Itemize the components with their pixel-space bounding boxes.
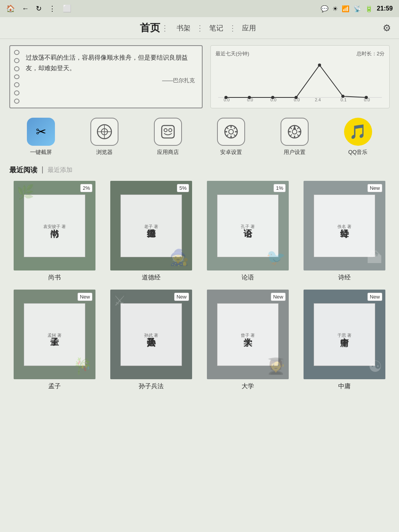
nav-title: 首页 <box>140 21 160 35</box>
book-badge-5: New <box>174 293 189 301</box>
book-cover-inner-5: 孙子兵法 孙武 著 <box>120 303 182 366</box>
status-bar: 🏠 ← ↻ ⋮ ⬜ 💬 ☀ 📶 📡 🔋 21:59 <box>0 0 399 17</box>
ring-5 <box>14 82 19 87</box>
svg-text:2.4: 2.4 <box>315 97 321 102</box>
cover-deco-2: 🐦 <box>266 248 286 267</box>
app-label-scissors: 一键截屏 <box>30 149 52 156</box>
book-label-6: 大学 <box>242 382 254 391</box>
book-item-0[interactable]: 🌿 尚书 袁安骏子 著 2% 尚书 <box>9 181 100 282</box>
line-chart-svg: 0.0 0.0 0.0 0.0 2.4 0.1 0.0 <box>215 60 385 103</box>
book-item-6[interactable]: 🧑‍🎓 大学 曾子 著 New 大学 <box>203 290 293 391</box>
book-cover-1: 🧙 道德经 老子 著 5% <box>110 181 192 270</box>
cover-deco-left-5: ⚔ <box>113 293 126 309</box>
nav-notes[interactable]: 笔记 <box>206 23 226 33</box>
book-item-4[interactable]: 🎋 孟子 孟轲 著 New 孟子 <box>9 290 100 391</box>
book-label-4: 孟子 <box>48 382 61 391</box>
more-icon[interactable]: ⋮ <box>49 4 56 13</box>
svg-point-20 <box>164 129 167 132</box>
book-author-0: 袁安骏子 著 <box>43 224 66 230</box>
recent-added-title[interactable]: 最近添加 <box>48 166 72 174</box>
scissors-icon: ✂ <box>27 118 55 146</box>
book-author-7: 于思 著 <box>337 332 351 338</box>
svg-point-21 <box>169 129 172 132</box>
svg-point-12 <box>318 64 321 67</box>
svg-line-28 <box>226 127 228 129</box>
svg-point-13 <box>341 95 344 98</box>
main-content: 过放荡不羁的生活，容易得像顺水推舟，但是要结识良朋益友，却难如登天。 ——巴尔扎… <box>0 39 399 403</box>
book-cover-3: 🏔 诗经 佚名 著 New <box>304 181 385 270</box>
home-icon[interactable]: 🏠 <box>6 4 15 13</box>
book-cover-inner-1: 道德经 老子 著 <box>120 194 182 257</box>
quote-text: 过放荡不羁的生活，容易得像顺水推舟，但是要结识良朋益友，却难如登天。 <box>26 52 195 73</box>
apps-section: ✂ 一键截屏 浏览器 <box>9 118 390 156</box>
svg-line-41 <box>290 134 292 136</box>
battery-icon: 🔋 <box>365 5 373 12</box>
book-item-3[interactable]: 🏔 诗经 佚名 著 New 诗经 <box>299 181 390 282</box>
svg-line-39 <box>297 134 299 136</box>
book-cover-inner-7: 中庸 于思 著 <box>314 303 375 366</box>
app-item-browser[interactable]: 浏览器 <box>81 118 128 156</box>
book-cover-inner-3: 诗经 佚名 著 <box>314 194 375 257</box>
cover-deco-1: 🧙 <box>169 248 189 267</box>
cover-deco-7: ☯ <box>368 357 382 375</box>
cover-deco-4: 🎋 <box>73 357 92 375</box>
book-cover-inner-6: 大学 曾子 著 <box>217 303 279 366</box>
book-item-5[interactable]: ⚔ 孙子兵法 孙武 著 New 孙子兵法 <box>106 290 196 391</box>
book-cover-inner-0: 尚书 袁安骏子 著 <box>24 194 85 257</box>
section-divider <box>42 166 43 173</box>
book-cover-5: ⚔ 孙子兵法 孙武 著 New <box>110 290 192 379</box>
nav-apps[interactable]: 应用 <box>239 23 259 33</box>
svg-point-9 <box>248 96 251 99</box>
refresh-icon[interactable]: ↻ <box>36 4 42 13</box>
cover-deco-left-0: 🌿 <box>17 184 34 200</box>
book-item-1[interactable]: 🧙 道德经 老子 著 5% 道德经 <box>106 181 196 282</box>
app-item-user[interactable]: 用户设置 <box>271 118 318 156</box>
app-label-android: 安卓设置 <box>220 149 242 156</box>
book-badge-0: 2% <box>80 184 92 192</box>
app-label-user: 用户设置 <box>284 149 305 156</box>
book-item-7[interactable]: ☯ 中庸 于思 著 New 中庸 <box>299 290 390 391</box>
book-author-3: 佚名 著 <box>337 224 351 230</box>
android-icon <box>217 118 245 146</box>
message-icon: 💬 <box>321 5 328 12</box>
section-header: 最近阅读 最近添加 <box>9 165 390 175</box>
cast-icon: 📡 <box>353 5 361 12</box>
ring-1 <box>14 50 19 55</box>
svg-line-30 <box>234 127 236 129</box>
book-badge-1: 5% <box>177 184 189 192</box>
book-label-1: 道德经 <box>142 274 161 282</box>
book-label-0: 尚书 <box>48 274 61 282</box>
book-badge-6: New <box>271 293 286 301</box>
back-icon[interactable]: ← <box>22 5 29 13</box>
book-item-2[interactable]: 🐦 论语 孔子 著 1% 论语 <box>203 181 293 282</box>
settings-icon[interactable]: ⚙ <box>383 23 391 34</box>
book-badge-3: New <box>367 184 382 192</box>
qq-icon: 🎵 <box>344 118 372 146</box>
book-label-7: 中庸 <box>338 382 351 391</box>
spiral-binding <box>14 50 19 104</box>
nav-bar: 首页 ⋮ 书架 ⋮ 笔记 ⋮ 应用 ⚙ <box>0 17 399 39</box>
wifi-icon: 📶 <box>342 5 350 12</box>
svg-point-11 <box>295 96 298 99</box>
book-author-4: 孟轲 著 <box>48 332 62 338</box>
app-item-store[interactable]: 应用商店 <box>145 118 191 156</box>
app-item-qq[interactable]: 🎵 QQ音乐 <box>335 118 381 156</box>
nav-dots-2: ⋮ <box>228 23 237 33</box>
book-author-6: 曾子 著 <box>241 332 255 338</box>
book-label-2: 论语 <box>242 274 254 282</box>
chart-total: 总时长：2分 <box>357 50 385 57</box>
svg-point-8 <box>224 96 228 99</box>
quote-author: ——巴尔扎克 <box>26 77 195 84</box>
screen-icon[interactable]: ⬜ <box>63 4 71 13</box>
ring-2 <box>14 58 19 63</box>
svg-text:0.1: 0.1 <box>341 97 346 102</box>
nav-bookshelf[interactable]: 书架 <box>173 23 194 33</box>
status-time: 21:59 <box>377 5 393 12</box>
ring-7 <box>14 99 19 104</box>
app-item-android[interactable]: 安卓设置 <box>208 118 254 156</box>
brightness-icon: ☀ <box>332 5 338 12</box>
book-author-5: 孙武 著 <box>144 332 158 338</box>
book-badge-4: New <box>78 293 92 301</box>
app-item-scissors[interactable]: ✂ 一键截屏 <box>18 118 64 156</box>
app-label-browser: 浏览器 <box>96 149 113 156</box>
